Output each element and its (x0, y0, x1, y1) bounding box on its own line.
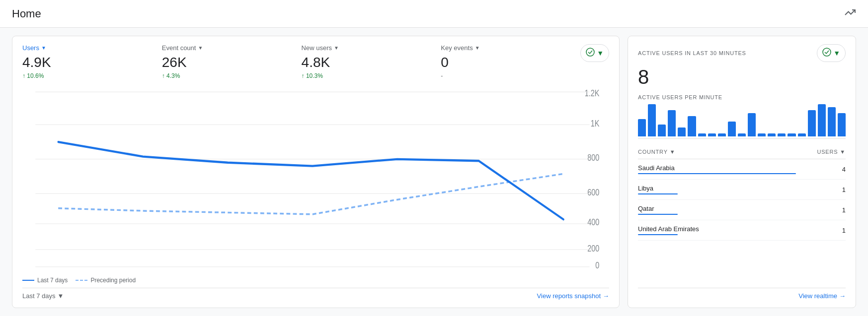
bar (688, 116, 696, 136)
bar (828, 107, 836, 136)
active-check-icon (822, 48, 831, 59)
metric-new-users-value: 4.8K (302, 55, 435, 70)
analytics-icon[interactable] (844, 6, 856, 21)
bar (818, 104, 826, 136)
bar (708, 133, 716, 136)
bar (728, 122, 736, 136)
bar (738, 133, 746, 136)
view-realtime-link[interactable]: View realtime → (798, 292, 846, 300)
country-rows: Saudi Arabia 4 Libya 1 Qatar 1 United Ar… (638, 159, 846, 241)
country-name: United Arab Emirates (638, 225, 836, 233)
bar (668, 110, 676, 136)
metric-event-count-chevron: ▼ (198, 45, 203, 51)
country-info: United Arab Emirates (638, 225, 836, 235)
country-users: 1 (836, 186, 846, 193)
legend-preceding: Preceding period (76, 277, 136, 284)
active-users-count: 8 (638, 66, 846, 88)
bar (838, 113, 846, 136)
country-bar (638, 193, 678, 194)
table-row[interactable]: Qatar 1 (638, 200, 846, 220)
bar (798, 133, 806, 136)
country-name: Saudi Arabia (638, 164, 836, 172)
chart-legend: Last 7 days Preceding period (22, 277, 609, 284)
per-minute-label: ACTIVE USERS PER MINUTE (638, 94, 846, 100)
svg-text:400: 400 (587, 217, 599, 228)
svg-text:200: 200 (587, 243, 599, 253)
users-sort-icon: ▼ (840, 149, 846, 155)
country-sort-icon: ▼ (670, 149, 676, 155)
metric-event-count-change: ↑ 4.3% (162, 72, 296, 79)
metric-key-events-chevron: ▼ (475, 45, 480, 51)
table-row[interactable]: United Arab Emirates 1 (638, 220, 846, 241)
left-panel: Users ▼ 4.9K ↑ 10.6% Event count ▼ 26K ↑… (12, 36, 620, 308)
metric-event-count: Event count ▼ 26K ↑ 4.3% (162, 44, 302, 79)
active-users-label: ACTIVE USERS IN LAST 30 MINUTES (638, 50, 746, 56)
metric-new-users-change: ↑ 10.3% (302, 72, 435, 79)
period-select[interactable]: Last 7 days ▼ (22, 292, 64, 300)
bar (658, 125, 666, 136)
country-name: Qatar (638, 205, 836, 212)
metric-users-change: ↑ 10.6% (22, 72, 156, 79)
country-bar (638, 173, 796, 174)
users-column-header[interactable]: USERS ▼ (817, 149, 846, 155)
country-column-header[interactable]: COUNTRY ▼ (638, 149, 675, 155)
active-check-chevron: ▼ (833, 49, 840, 57)
line-chart: 1.2K 1K 800 600 400 200 0 24 Aug 25 2 (22, 83, 609, 273)
bar (718, 133, 726, 136)
svg-text:800: 800 (587, 152, 599, 163)
legend-line-solid (22, 280, 34, 281)
country-info: Libya (638, 185, 836, 194)
check-button[interactable]: ▼ (580, 44, 609, 62)
metric-key-events-value: 0 (441, 55, 574, 70)
metric-new-users-chevron: ▼ (334, 45, 339, 51)
table-row[interactable]: Libya 1 (638, 180, 846, 200)
bar (768, 133, 776, 136)
active-users-header: ACTIVE USERS IN LAST 30 MINUTES ▼ (638, 44, 846, 62)
table-header: COUNTRY ▼ USERS ▼ (638, 145, 846, 159)
bar (778, 133, 786, 136)
bar (808, 110, 816, 136)
legend-line-dashed (76, 280, 87, 281)
legend-last7: Last 7 days (22, 277, 68, 284)
metric-new-users-label[interactable]: New users ▼ (302, 44, 435, 52)
bar (698, 133, 706, 136)
bar (638, 119, 646, 136)
country-info: Qatar (638, 205, 836, 215)
svg-text:1.2K: 1.2K (585, 88, 600, 98)
country-name: Libya (638, 185, 836, 192)
bar (758, 133, 766, 136)
bar (648, 104, 656, 136)
metric-key-events-change: - (441, 72, 574, 79)
svg-text:1K: 1K (591, 118, 600, 128)
metric-key-events-label[interactable]: Key events ▼ (441, 44, 574, 52)
check-button-chevron: ▼ (597, 49, 604, 57)
metric-event-count-value: 26K (162, 55, 296, 70)
svg-text:0: 0 (595, 260, 599, 270)
country-info: Saudi Arabia (638, 164, 836, 174)
bar (678, 127, 686, 136)
table-row[interactable]: Saudi Arabia 4 (638, 159, 846, 180)
svg-point-0 (586, 48, 594, 56)
right-panel-bottom: View realtime → (638, 288, 846, 300)
view-reports-link[interactable]: View reports snapshot → (537, 292, 609, 300)
view-reports-arrow: → (603, 292, 609, 300)
country-bar (638, 214, 678, 215)
chart-svg: 1.2K 1K 800 600 400 200 0 24 Aug 25 2 (22, 83, 609, 273)
country-bar (638, 234, 678, 235)
svg-text:600: 600 (587, 187, 599, 197)
main-content: Users ▼ 4.9K ↑ 10.6% Event count ▼ 26K ↑… (0, 28, 868, 316)
metric-users-label[interactable]: Users ▼ (22, 44, 156, 52)
metric-event-count-label[interactable]: Event count ▼ (162, 44, 296, 52)
period-chevron: ▼ (58, 292, 64, 300)
metric-users-value: 4.9K (22, 55, 156, 70)
metric-new-users: New users ▼ 4.8K ↑ 10.3% (302, 44, 441, 79)
per-minute-bar-chart (638, 104, 846, 139)
page-title: Home (12, 7, 41, 20)
view-realtime-arrow: → (839, 292, 846, 300)
active-users-check-button[interactable]: ▼ (817, 44, 846, 62)
right-panel: ACTIVE USERS IN LAST 30 MINUTES ▼ 8 ACTI… (628, 36, 856, 308)
country-users: 1 (836, 227, 846, 234)
country-users: 4 (836, 166, 846, 173)
left-panel-bottom: Last 7 days ▼ View reports snapshot → (22, 288, 609, 300)
country-table: COUNTRY ▼ USERS ▼ Saudi Arabia 4 Libya 1… (638, 145, 846, 284)
